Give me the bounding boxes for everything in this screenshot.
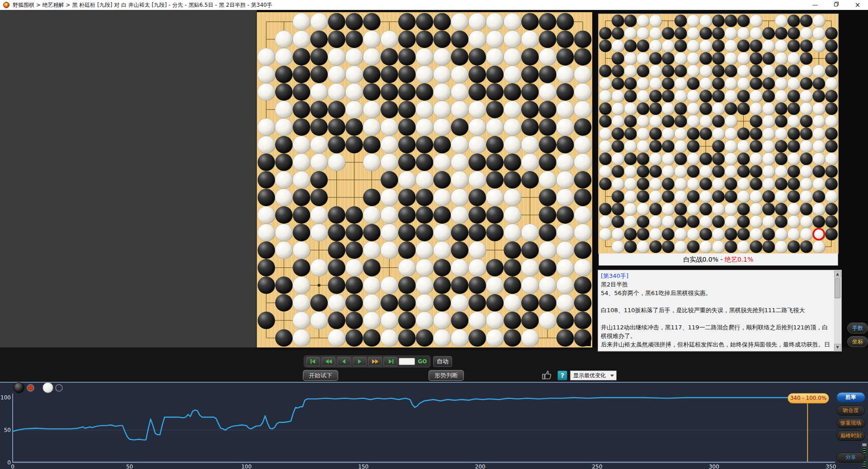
black-stone <box>762 203 775 216</box>
white-stone <box>504 224 521 241</box>
black-stone <box>258 312 275 329</box>
move-numbers-button[interactable]: 手数 <box>847 323 868 333</box>
black-stone <box>788 40 800 52</box>
window-restore-button[interactable] <box>829 0 844 10</box>
white-stone <box>612 103 624 115</box>
white-stone <box>775 240 788 253</box>
black-stone <box>539 136 557 154</box>
white-stone <box>624 178 637 190</box>
black-stone <box>363 66 381 83</box>
main-go-board[interactable] <box>257 12 592 347</box>
white-stone-indicator[interactable] <box>42 382 53 393</box>
scrollbar-thumb[interactable] <box>835 278 840 298</box>
white-stone <box>637 203 650 216</box>
black-stone <box>398 154 416 171</box>
white-stone <box>434 48 451 66</box>
first-button[interactable] <box>306 357 320 366</box>
black-stone <box>328 31 345 48</box>
black-stone <box>328 118 345 136</box>
x-tick-label: 200 <box>475 464 486 469</box>
black-stone <box>825 90 838 103</box>
white-stone <box>434 101 451 118</box>
black-stone <box>345 224 363 241</box>
scroll-down-icon[interactable]: ▼ <box>834 344 841 351</box>
white-stone <box>363 312 381 329</box>
black-stone <box>434 31 451 48</box>
white-stone <box>800 178 813 190</box>
white-stone <box>800 103 813 115</box>
white-stone <box>504 13 521 31</box>
white-stone <box>712 178 725 190</box>
black-stone <box>275 294 293 312</box>
black-stone <box>825 228 838 240</box>
commentary-scrollbar[interactable]: ▲ ▼ <box>834 271 841 351</box>
black-stone <box>345 136 363 154</box>
white-stone <box>687 203 700 216</box>
white-stone <box>800 228 813 240</box>
scroll-up-icon[interactable]: ▲ <box>834 271 841 277</box>
black-stone <box>687 216 700 228</box>
black-stone <box>737 153 750 165</box>
white-stone <box>750 228 763 240</box>
variation-go-board[interactable] <box>599 14 838 253</box>
graph-button-3[interactable]: 惨案现场 <box>836 418 865 428</box>
black-stone <box>486 171 504 189</box>
help-button[interactable]: ? <box>557 371 567 380</box>
white-perspective-radio[interactable] <box>55 384 63 392</box>
black-stone <box>750 40 763 52</box>
black-stone <box>434 171 451 189</box>
black-stone <box>662 65 675 77</box>
black-stone <box>398 189 416 206</box>
white-stone <box>699 165 712 178</box>
black-stone <box>800 115 813 127</box>
black-stone <box>712 52 725 65</box>
black-stone <box>381 83 398 101</box>
thumbs-up-icon[interactable] <box>542 369 554 381</box>
black-stone <box>381 294 398 312</box>
move-number-input[interactable] <box>399 358 415 365</box>
black-stone <box>675 203 687 216</box>
white-stone <box>649 153 662 165</box>
white-stone <box>599 228 612 240</box>
coordinates-button[interactable]: 坐标 <box>847 336 868 347</box>
graph-button-1[interactable]: 胜率 <box>836 392 865 403</box>
fast-back-button[interactable] <box>321 357 335 366</box>
black-stone <box>486 259 504 277</box>
white-stone <box>675 178 687 190</box>
white-stone <box>599 127 612 140</box>
black-stone <box>328 259 345 277</box>
last-button[interactable] <box>383 357 397 366</box>
window-close-button[interactable]: × <box>850 0 865 10</box>
window-minimize-button[interactable]: — <box>807 0 823 10</box>
black-stone <box>504 329 521 347</box>
auto-play-button[interactable]: 自动 <box>433 356 452 367</box>
start-trial-button[interactable]: 开始试下 <box>303 370 338 381</box>
position-judge-button[interactable]: 形势判断 <box>429 370 464 381</box>
white-stone <box>662 103 675 115</box>
graph-button-5[interactable]: 分享 <box>836 452 865 463</box>
black-stone <box>662 178 675 190</box>
black-stone <box>649 165 662 178</box>
graph-button-2[interactable]: 吻合度 <box>836 405 865 416</box>
black-stone <box>293 48 311 66</box>
black-perspective-radio-selected[interactable] <box>27 384 34 392</box>
white-stone <box>557 171 574 189</box>
forward-button[interactable] <box>353 357 367 366</box>
go-button[interactable]: GO <box>416 357 428 366</box>
white-stone <box>775 190 788 203</box>
back-button[interactable] <box>337 357 351 366</box>
black-stone-indicator[interactable] <box>14 382 24 393</box>
black-stone <box>699 52 712 65</box>
black-stone <box>557 329 574 347</box>
white-stone <box>725 90 737 103</box>
black-stone <box>451 118 469 136</box>
winrate-chart[interactable]: 050100150200250300350050100 <box>0 383 868 469</box>
fast-forward-button[interactable] <box>368 357 382 366</box>
black-stone <box>275 83 293 101</box>
graph-button-4[interactable]: 巅峰时刻 <box>836 431 865 441</box>
white-stone <box>310 136 328 154</box>
white-stone <box>737 27 750 40</box>
variation-display-dropdown[interactable]: 显示最优变化 <box>570 371 617 380</box>
black-stone <box>363 329 381 347</box>
slider-knob[interactable] <box>862 443 867 446</box>
